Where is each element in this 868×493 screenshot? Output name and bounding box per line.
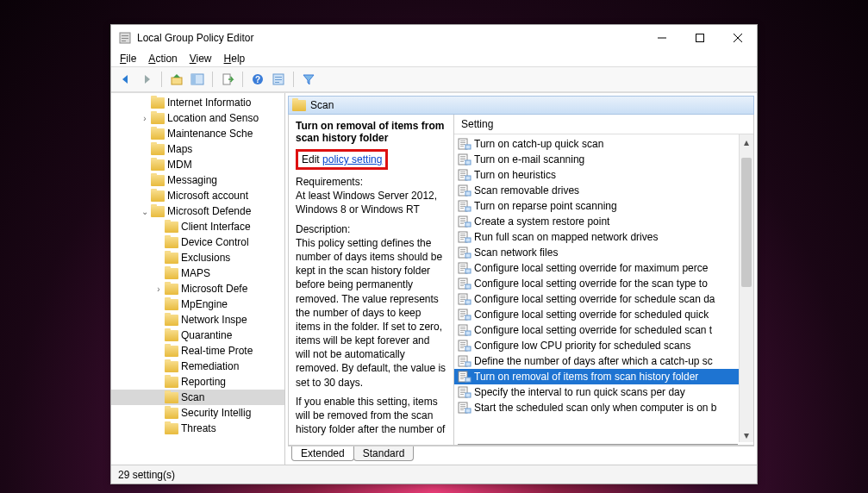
folder-icon — [165, 222, 178, 233]
tree-item[interactable]: Messaging — [111, 172, 284, 188]
folder-icon — [151, 144, 165, 155]
column-header[interactable]: Setting — [454, 115, 753, 134]
setting-row[interactable]: Turn on e-mail scanning — [454, 152, 753, 167]
menu-view[interactable]: View — [190, 53, 212, 65]
svg-rect-85 — [460, 311, 465, 312]
svg-rect-101 — [465, 346, 471, 351]
tree-item[interactable]: Quarantine — [111, 328, 284, 343]
scroll-thumb[interactable] — [741, 158, 752, 287]
tree-item[interactable]: Real-time Prote — [111, 343, 284, 359]
svg-rect-113 — [465, 378, 471, 382]
tree-item[interactable]: Scan — [111, 390, 284, 405]
menubar: File Action View Help — [111, 51, 757, 66]
tree-item[interactable]: ›Location and Senso — [111, 110, 284, 126]
setting-row[interactable]: Scan network files — [454, 245, 753, 260]
export-button[interactable] — [218, 70, 237, 89]
scroll-down-icon[interactable]: ▾ — [740, 427, 753, 442]
policy-title: Turn on removal of items from scan histo… — [296, 120, 446, 144]
properties-button[interactable] — [269, 70, 288, 89]
tree-item[interactable]: Microsoft account — [111, 188, 284, 203]
svg-rect-26 — [460, 158, 465, 159]
filter-button[interactable] — [299, 70, 318, 89]
tree-item[interactable]: Client Interface — [111, 219, 284, 234]
tree-item[interactable]: MpEngine — [111, 296, 284, 312]
scroll-up-icon[interactable]: ▴ — [740, 134, 753, 149]
vertical-scrollbar[interactable]: ▴ ▾ — [739, 134, 753, 442]
tree-item[interactable]: Security Intellig — [111, 405, 284, 421]
setting-row[interactable]: Create a system restore point — [454, 214, 753, 229]
setting-row[interactable]: Define the number of days after which a … — [454, 353, 753, 369]
tree-item-label: Threats — [181, 422, 216, 434]
close-button[interactable] — [719, 25, 757, 51]
setting-label: Scan network files — [474, 246, 558, 259]
chevron-right-icon[interactable]: › — [153, 284, 165, 294]
tree-item[interactable]: Remediation — [111, 359, 284, 374]
setting-label: Turn on removal of items from scan histo… — [474, 371, 698, 383]
svg-rect-73 — [460, 280, 465, 281]
setting-row[interactable]: Turn on catch-up quick scan — [454, 136, 753, 152]
tree-pane[interactable]: Internet Informatio›Location and SensoMa… — [111, 93, 285, 465]
tree-item[interactable]: Device Control — [111, 234, 284, 250]
svg-rect-75 — [460, 284, 465, 284]
up-button[interactable] — [167, 70, 186, 89]
tree-item[interactable]: Maps — [111, 141, 284, 157]
setting-row[interactable]: Turn on reparse point scanning — [454, 198, 753, 214]
setting-row[interactable]: Specify the interval to run quick scans … — [454, 384, 753, 400]
svg-rect-8 — [172, 78, 182, 84]
svg-rect-29 — [465, 160, 471, 165]
edit-policy-link[interactable]: policy setting — [322, 153, 382, 165]
svg-rect-57 — [460, 237, 465, 238]
forward-button[interactable] — [137, 70, 156, 89]
setting-row[interactable]: Turn on removal of items from scan histo… — [454, 369, 753, 384]
setting-row[interactable]: Configure local setting override for sch… — [454, 322, 753, 338]
minimize-button[interactable] — [643, 25, 681, 51]
tree-item[interactable]: Network Inspe — [111, 312, 284, 328]
setting-row[interactable]: Scan removable drives — [454, 183, 753, 198]
policy-icon — [458, 184, 471, 197]
chevron-down-icon[interactable]: ⌄ — [139, 207, 151, 216]
svg-rect-77 — [465, 284, 471, 289]
setting-row[interactable]: Start the scheduled scan only when compu… — [454, 400, 753, 415]
tree-item-label: MDM — [167, 159, 192, 171]
folder-icon — [151, 206, 165, 217]
tree-item[interactable]: MDM — [111, 157, 284, 172]
setting-row[interactable]: Configure local setting override for max… — [454, 260, 753, 276]
menu-action[interactable]: Action — [148, 53, 177, 65]
menu-help[interactable]: Help — [224, 53, 246, 65]
tree-item[interactable]: Maintenance Sche — [111, 126, 284, 141]
back-button[interactable] — [116, 70, 135, 89]
setting-row[interactable]: Turn on heuristics — [454, 167, 753, 183]
svg-rect-2 — [122, 38, 128, 39]
svg-rect-63 — [460, 253, 465, 253]
policy-icon — [458, 309, 471, 321]
tree-item-label: MAPS — [181, 267, 210, 279]
menu-file[interactable]: File — [120, 53, 136, 65]
setting-row[interactable]: Configure local setting override for the… — [454, 276, 753, 291]
tree-item[interactable]: ⌄Microsoft Defende — [111, 203, 284, 219]
tree-item[interactable]: Internet Informatio — [111, 95, 284, 110]
tree-item[interactable]: Reporting — [111, 374, 284, 390]
tree-item[interactable]: Exclusions — [111, 250, 284, 265]
maximize-button[interactable] — [681, 25, 719, 51]
svg-rect-45 — [460, 206, 465, 207]
tree-item[interactable]: MAPS — [111, 265, 284, 281]
svg-rect-50 — [460, 220, 465, 221]
tree-item[interactable]: Threats — [111, 421, 284, 436]
tab-extended[interactable]: Extended — [291, 446, 354, 461]
settings-list[interactable]: Turn on catch-up quick scanTurn on e-mai… — [454, 134, 753, 442]
svg-rect-100 — [460, 347, 464, 348]
tree-item[interactable]: ›Microsoft Defe — [111, 281, 284, 296]
setting-row[interactable]: Configure local setting override for sch… — [454, 291, 753, 307]
help-button[interactable]: ? — [248, 70, 267, 89]
show-hide-tree-button[interactable] — [188, 70, 207, 89]
right-pane: Scan Turn on removal of items from scan … — [285, 93, 757, 465]
svg-rect-115 — [460, 389, 465, 390]
tab-standard[interactable]: Standard — [353, 446, 415, 461]
setting-row[interactable]: Run full scan on mapped network drives — [454, 229, 753, 245]
tree-item-label: Microsoft Defende — [167, 205, 251, 217]
requirements-label: Requirements: — [296, 176, 363, 188]
chevron-right-icon[interactable]: › — [139, 114, 151, 123]
setting-row[interactable]: Configure low CPU priority for scheduled… — [454, 338, 753, 353]
svg-rect-88 — [460, 316, 464, 317]
setting-row[interactable]: Configure local setting override for sch… — [454, 307, 753, 322]
